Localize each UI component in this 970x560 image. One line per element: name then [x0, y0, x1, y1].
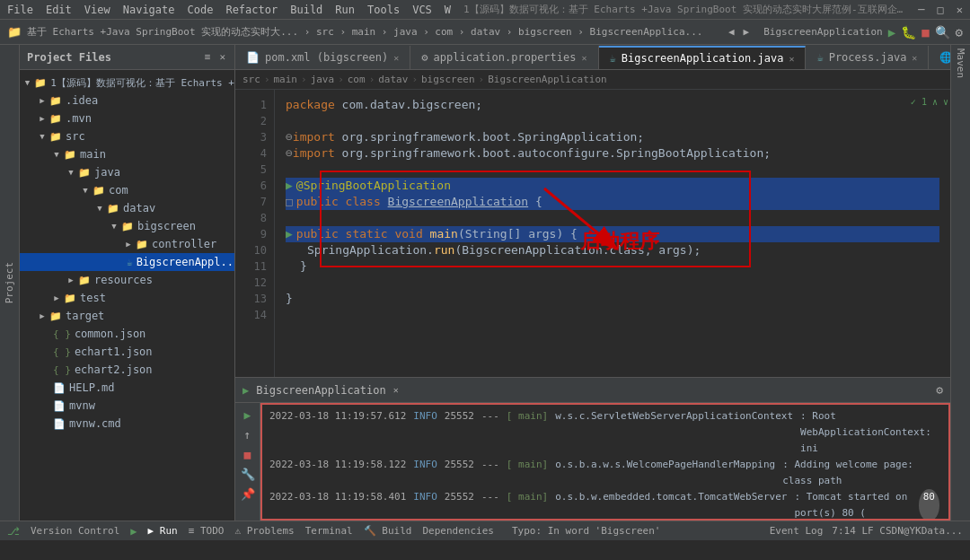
menu-file[interactable]: File [7, 4, 33, 16]
main-params: (String[] args) { [458, 226, 578, 242]
line-num-3: 3 [235, 129, 267, 145]
code-line-7: □ public class BigscreenApplication { [286, 194, 939, 210]
status-build[interactable]: 🔨 Build [364, 525, 412, 537]
settings-button[interactable]: ⚙ [956, 25, 963, 39]
breadcrumb-sep3: › [338, 74, 344, 85]
status-dependencies[interactable]: Dependencies [422, 525, 493, 537]
tree-item-root[interactable]: ▼ 📁 1【源码】数据可视化：基于 Echarts + [20, 74, 234, 92]
tree-item-echart2-json[interactable]: { } echart2.json [20, 361, 234, 379]
tree-item-src[interactable]: ▼ 📁 src [20, 127, 234, 145]
run-play-status[interactable]: ▶ [130, 525, 137, 538]
menu-edit[interactable]: Edit [46, 4, 72, 16]
tree-item-target[interactable]: ▶ 📁 target [20, 307, 234, 325]
log-pid-2: 25552 [445, 457, 474, 489]
tab-process[interactable]: ☕ Process.java ✕ [806, 46, 929, 69]
tab-bigscreen-close[interactable]: ✕ [789, 54, 794, 64]
tab-pom[interactable]: 📄 pom.xml (bigscreen) ✕ [235, 46, 410, 69]
run-button[interactable]: ▶ [888, 25, 895, 39]
breadcrumb-main[interactable]: main [274, 74, 298, 85]
breadcrumb-sep6: › [479, 74, 485, 85]
breadcrumb-datav[interactable]: datav [378, 74, 408, 85]
mvnw-icon: 📄 [53, 400, 66, 412]
line-num-10: 10 [235, 242, 267, 258]
project-sidebar-label[interactable]: Project [0, 45, 20, 521]
menu-refactor[interactable]: Refactor [225, 4, 278, 16]
menu-build[interactable]: Build [290, 4, 322, 16]
run-pin-icon[interactable]: 📌 [240, 486, 256, 502]
run-tab-close-btn[interactable]: ✕ [393, 385, 399, 395]
run-up-icon[interactable]: ↑ [240, 426, 256, 442]
run-stop-icon[interactable]: ■ [240, 446, 256, 462]
tree-item-com[interactable]: ▼ 📁 com [20, 181, 234, 199]
tab-index[interactable]: 🌐 index.html ✕ [929, 46, 950, 69]
run-wrench-icon[interactable]: 🔧 [240, 466, 256, 482]
breadcrumb-bigscreen[interactable]: bigscreen [421, 74, 475, 85]
tree-item-java[interactable]: ▼ 📁 java [20, 163, 234, 181]
nav-forward[interactable]: ▶ [742, 26, 752, 38]
menu-w[interactable]: W [445, 4, 451, 16]
window-maximize[interactable]: □ [938, 4, 944, 16]
status-terminal[interactable]: Terminal [305, 525, 353, 537]
tree-item-idea[interactable]: ▶ 📁 .idea [20, 92, 234, 109]
panel-close-icon[interactable]: ✕ [217, 49, 227, 65]
status-todo[interactable]: ≡ TODO [189, 525, 225, 537]
code-content[interactable]: package com.datav.bigscreen; ⊖import org… [275, 90, 950, 377]
fold-btn-9[interactable]: ▶ [286, 226, 293, 242]
tree-item-controller[interactable]: ▶ 📁 controller [20, 235, 234, 253]
right-sidebar-maven[interactable]: Maven [955, 48, 966, 78]
window-minimize[interactable]: ─ [918, 4, 924, 16]
line-num-7: 7 [235, 194, 267, 210]
tree-item-help-md[interactable]: 📄 HELP.md [20, 379, 234, 397]
menu-tools[interactable]: Tools [367, 4, 400, 16]
tree-label-idea: .idea [66, 94, 98, 107]
tab-bigscreen[interactable]: ☕ BigscreenApplication.java ✕ [599, 46, 807, 69]
tab-properties[interactable]: ⚙ application.properties ✕ [410, 46, 598, 69]
tree-item-main[interactable]: ▼ 📁 main [20, 145, 234, 163]
menu-view[interactable]: View [84, 4, 110, 16]
code-editor[interactable]: 1 2 3 4 5 6 7 8 9 10 11 12 13 14 package… [235, 90, 950, 377]
method-close: } [300, 258, 307, 275]
tab-pom-close[interactable]: ✕ [393, 53, 399, 63]
tab-process-close[interactable]: ✕ [912, 53, 917, 63]
run-settings-icon[interactable]: ⚙ [936, 383, 943, 397]
status-version-control[interactable]: Version Control [31, 525, 119, 537]
breadcrumb-src[interactable]: src [242, 74, 260, 85]
panel-settings-icon[interactable]: ≡ [203, 49, 213, 65]
tree-item-mvnw-cmd[interactable]: 📄 mvnw.cmd [20, 415, 234, 433]
project-panel-title: Project Files [27, 51, 198, 64]
brace-open: { [528, 194, 542, 210]
tree-item-mvnw[interactable]: 📄 mvnw [20, 397, 234, 415]
tree-item-datav[interactable]: ▼ 📁 datav [20, 199, 234, 217]
log-msg-3: : Tomcat started on port(s) 80 ( [794, 489, 909, 521]
tree-item-mvn[interactable]: ▶ 📁 .mvn [20, 109, 234, 127]
run-log[interactable]: 2022-03-18 11:19:57.612 INFO 25552 --- [… [260, 403, 950, 521]
tree-item-bigscreenappl[interactable]: ☕ BigscreenAppl... [20, 253, 234, 271]
event-log-btn[interactable]: Event Log [770, 525, 824, 537]
tab-properties-close[interactable]: ✕ [582, 53, 587, 63]
tree-item-common-json[interactable]: { } common.json [20, 325, 234, 343]
menu-vcs[interactable]: VCS [412, 4, 432, 16]
stop-button[interactable]: ■ [922, 25, 929, 39]
tree-item-bigscreen[interactable]: ▼ 📁 bigscreen [20, 217, 234, 235]
breadcrumb-com[interactable]: com [348, 74, 366, 85]
kw-package: package [286, 97, 335, 113]
tree-item-test[interactable]: ▶ 📁 test [20, 289, 234, 307]
tree-label-src: src [66, 130, 85, 143]
run-play-icon[interactable]: ▶ [240, 407, 256, 423]
tree-item-resources[interactable]: ▶ 📁 resources [20, 271, 234, 289]
breadcrumb-class[interactable]: BigscreenApplication [488, 74, 606, 85]
status-problems[interactable]: ⚠ Problems [234, 525, 294, 537]
menu-run[interactable]: Run [335, 4, 355, 16]
debug-button[interactable]: 🐛 [901, 25, 916, 39]
search-button[interactable]: 🔍 [935, 25, 950, 39]
menu-code[interactable]: Code [188, 4, 214, 16]
status-run[interactable]: ▶ Run [148, 525, 178, 537]
breadcrumb-java[interactable]: java [311, 74, 335, 85]
menu-navigate[interactable]: Navigate [123, 4, 175, 16]
nav-back[interactable]: ◀ [727, 26, 736, 38]
java-file-icon: ☕ [127, 257, 133, 268]
tree-item-echart1-json[interactable]: { } echart1.json [20, 343, 234, 361]
import2-semi: ; [763, 145, 771, 162]
fold-btn-6[interactable]: ▶ [286, 178, 293, 194]
window-close[interactable]: ✕ [957, 4, 963, 16]
